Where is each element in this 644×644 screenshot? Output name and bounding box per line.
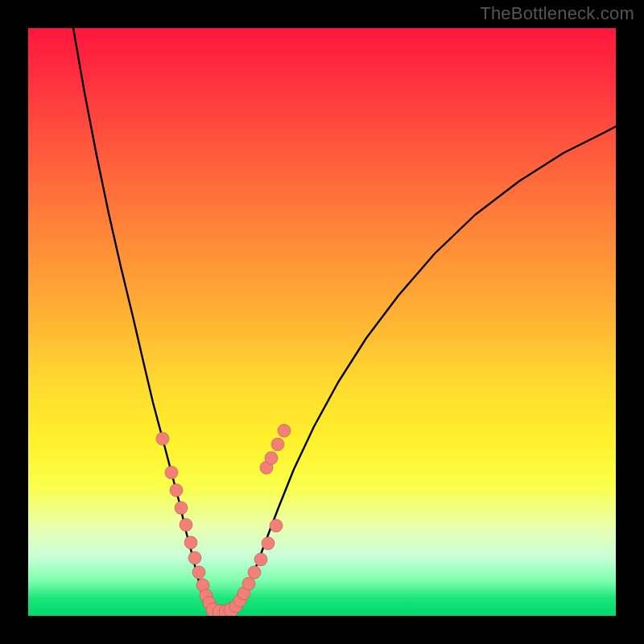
data-marker <box>175 502 188 514</box>
data-marker <box>165 466 178 479</box>
data-marker <box>242 577 255 590</box>
data-marker <box>188 551 201 564</box>
data-marker <box>156 432 169 445</box>
data-marker <box>270 519 283 532</box>
data-marker <box>184 536 197 549</box>
data-marker <box>248 566 261 579</box>
data-marker <box>265 452 278 464</box>
data-marker <box>170 484 183 497</box>
data-marker <box>192 566 205 579</box>
data-marker <box>254 553 267 566</box>
data-marker <box>278 424 291 437</box>
data-marker <box>180 518 192 531</box>
bottleneck-curve <box>73 28 616 613</box>
data-marker <box>271 438 284 451</box>
watermark-label: TheBottleneck.com <box>480 3 634 24</box>
data-marker <box>262 537 275 550</box>
plot-area <box>28 28 616 616</box>
chart-frame: TheBottleneck.com <box>0 0 644 644</box>
bottleneck-curve-chart <box>28 28 616 616</box>
